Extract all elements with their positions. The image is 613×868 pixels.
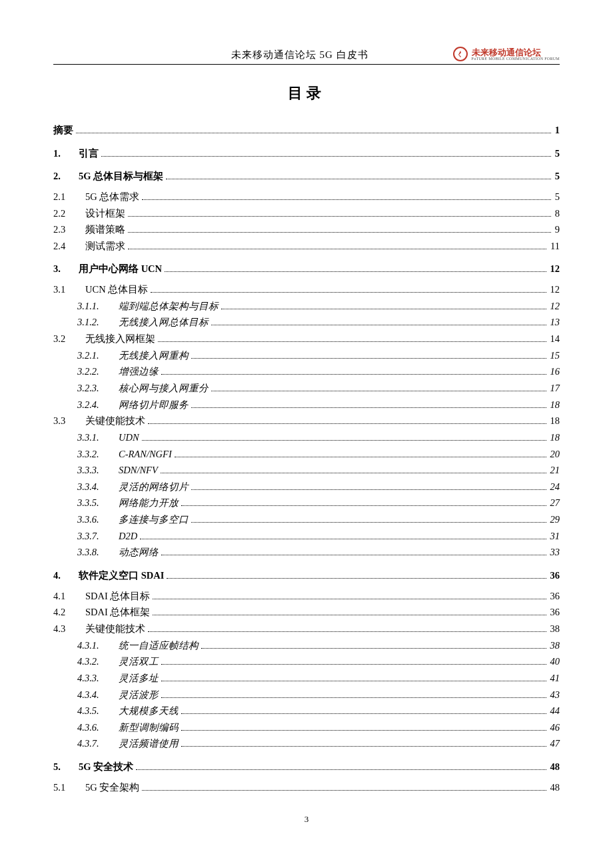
toc-leader-dots <box>148 625 546 632</box>
toc-leader-dots <box>181 707 546 714</box>
toc-entry[interactable]: 4.3.4.灵活波形43 <box>53 687 560 703</box>
toc-entry-number: 2.3 <box>53 221 85 238</box>
toc-entry-page: 5 <box>554 189 560 205</box>
toc-leader-dots <box>128 225 551 233</box>
toc-entry[interactable]: 4.3.3.灵活多址41 <box>53 670 560 687</box>
toc-entry[interactable]: 1.引言5 <box>53 145 560 162</box>
toc-entry-label: 新型调制编码 <box>119 719 179 736</box>
toc-entry-number: 3.1 <box>53 281 85 298</box>
toc-entry-number: 4.3.1. <box>77 637 119 654</box>
toc-entry-number: 1. <box>53 145 79 162</box>
toc-entry[interactable]: 5.5G 安全技术48 <box>53 759 560 775</box>
toc-entry-number: 3.3.7. <box>77 528 119 545</box>
toc-entry-label: 软件定义空口 SDAI <box>79 567 164 584</box>
toc-entry-label: 5G 安全架构 <box>85 779 139 796</box>
toc-entry-number: 3.3.8. <box>77 544 119 561</box>
toc-entry-number: 4.3.4. <box>77 687 119 703</box>
toc-entry-number: 3.1.1. <box>77 298 119 315</box>
forum-logo: 未来移动通信论坛 FuTURE MOBILE COMMUNICATION FOR… <box>453 47 560 61</box>
toc-leader-dots <box>161 674 546 681</box>
toc-entry-label: D2D <box>119 528 137 545</box>
toc-entry[interactable]: 4.3.7.灵活频谱使用47 <box>53 735 560 752</box>
toc-entry[interactable]: 4.3.2.灵活双工40 <box>53 653 560 670</box>
toc-entry-label: 增强边缘 <box>119 363 159 380</box>
toc-entry-page: 47 <box>549 735 560 752</box>
toc-entry-label: 无线接入网总体目标 <box>119 314 209 331</box>
toc-entry-page: 5 <box>554 145 560 162</box>
toc-entry-page: 31 <box>549 528 560 545</box>
toc-entry[interactable]: 4.1SDAI 总体目标36 <box>53 588 560 605</box>
toc-entry-page: 33 <box>549 544 560 561</box>
toc-entry-page: 13 <box>549 314 560 331</box>
toc-entry-page: 38 <box>549 637 560 654</box>
toc-entry[interactable]: 5.15G 安全架构48 <box>53 779 560 796</box>
toc-entry-number: 3.1.2. <box>77 314 119 331</box>
toc-leader-dots <box>191 483 546 490</box>
toc-entry[interactable]: 4.3.6.新型调制编码46 <box>53 719 560 736</box>
toc-leader-dots <box>181 739 546 747</box>
toc-entry[interactable]: 3.3.4.灵活的网络切片24 <box>53 479 560 495</box>
toc-entry[interactable]: 3.3.1.UDN18 <box>53 429 560 446</box>
toc-entry-label: 用户中心网络 UCN <box>79 261 162 277</box>
toc-entry-page: 15 <box>549 347 560 364</box>
toc-entry[interactable]: 2.2设计框架8 <box>53 205 560 222</box>
toc-entry[interactable]: 3.3.5.网络能力开放27 <box>53 495 560 511</box>
toc-entry[interactable]: 3.3.6.多连接与多空口29 <box>53 511 560 528</box>
toc-entry[interactable]: 3.2.1.无线接入网重构15 <box>53 347 560 364</box>
toc-entry[interactable]: 3.1UCN 总体目标12 <box>53 281 560 298</box>
toc-leader-dots <box>167 571 546 579</box>
toc-entry-page: 18 <box>549 413 560 429</box>
header-title: 未来移动通信论坛 5G 白皮书 <box>147 49 453 61</box>
toc-entry-number: 3.3.2. <box>77 446 119 463</box>
toc-leader-dots <box>191 351 546 359</box>
toc-entry[interactable]: 3.1.1.端到端总体架构与目标12 <box>53 298 560 315</box>
toc-entry-number: 3.3.3. <box>77 462 119 479</box>
toc-leader-dots <box>136 763 546 770</box>
toc-entry-label: 设计框架 <box>85 205 125 222</box>
toc-entry[interactable]: 3.3.3.SDN/NFV21 <box>53 462 560 479</box>
toc-entry[interactable]: 3.3.8.动态网络33 <box>53 544 560 561</box>
toc-entry[interactable]: 4.2SDAI 总体框架36 <box>53 604 560 621</box>
toc-entry-page: 29 <box>549 511 560 528</box>
page-header: 未来移动通信论坛 5G 白皮书 未来移动通信论坛 FuTURE MOBILE C… <box>53 47 560 65</box>
toc-entry-label: 摘要 <box>53 122 73 139</box>
toc-entry[interactable]: 2.3频谱策略9 <box>53 221 560 238</box>
toc-entry-label: 灵活的网络切片 <box>119 479 189 495</box>
toc-entry-page: 38 <box>549 621 560 637</box>
toc-entry[interactable]: 4.软件定义空口 SDAI36 <box>53 567 560 584</box>
toc-entry[interactable]: 4.3关键使能技术38 <box>53 621 560 637</box>
toc-entry-number: 2. <box>53 168 79 185</box>
toc-entry-number: 4.3.2. <box>77 653 119 670</box>
toc-entry[interactable]: 2.4测试需求11 <box>53 238 560 255</box>
toc-entry[interactable]: 3.2.2.增强边缘16 <box>53 363 560 380</box>
toc-entry[interactable]: 3.3.2.C-RAN/NGFI20 <box>53 446 560 463</box>
toc-entry[interactable]: 3.用户中心网络 UCN12 <box>53 261 560 277</box>
toc-title: 目录 <box>53 83 560 103</box>
toc-entry[interactable]: 2.5G 总体目标与框架5 <box>53 168 560 185</box>
toc-leader-dots <box>142 433 546 441</box>
toc-entry-page: 36 <box>549 567 560 584</box>
toc-entry[interactable]: 4.3.5.大规模多天线44 <box>53 703 560 719</box>
toc-entry-number: 3.3 <box>53 413 85 429</box>
toc-leader-dots <box>142 783 546 791</box>
toc-entry[interactable]: 3.3.7.D2D31 <box>53 528 560 545</box>
toc-entry[interactable]: 3.3关键使能技术18 <box>53 413 560 429</box>
toc-entry-label: 5G 总体需求 <box>85 189 139 205</box>
toc-entry-label: 5G 总体目标与框架 <box>79 168 163 185</box>
toc-leader-dots <box>158 335 546 342</box>
toc-entry-label: 大规模多天线 <box>119 703 179 719</box>
toc-entry-label: 无线接入网重构 <box>119 347 189 364</box>
toc-entry[interactable]: 4.3.1.统一自适应帧结构38 <box>53 637 560 654</box>
toc-entry[interactable]: 3.2.3.核心网与接入网重分17 <box>53 380 560 397</box>
toc-entry[interactable]: 3.2无线接入网框架14 <box>53 331 560 347</box>
toc-entry[interactable]: 摘要1 <box>53 122 560 139</box>
toc-entry-number: 4.1 <box>53 588 85 605</box>
toc-entry[interactable]: 2.15G 总体需求5 <box>53 189 560 205</box>
toc-entry[interactable]: 3.2.4.网络切片即服务18 <box>53 397 560 413</box>
toc-entry-label: 关键使能技术 <box>85 621 145 637</box>
toc-entry[interactable]: 3.1.2.无线接入网总体目标13 <box>53 314 560 331</box>
toc-entry-page: 36 <box>549 588 560 605</box>
toc-entry-label: 网络能力开放 <box>119 495 179 511</box>
toc-entry-label: 5G 安全技术 <box>79 759 133 775</box>
toc-entry-label: 多连接与多空口 <box>119 511 189 528</box>
